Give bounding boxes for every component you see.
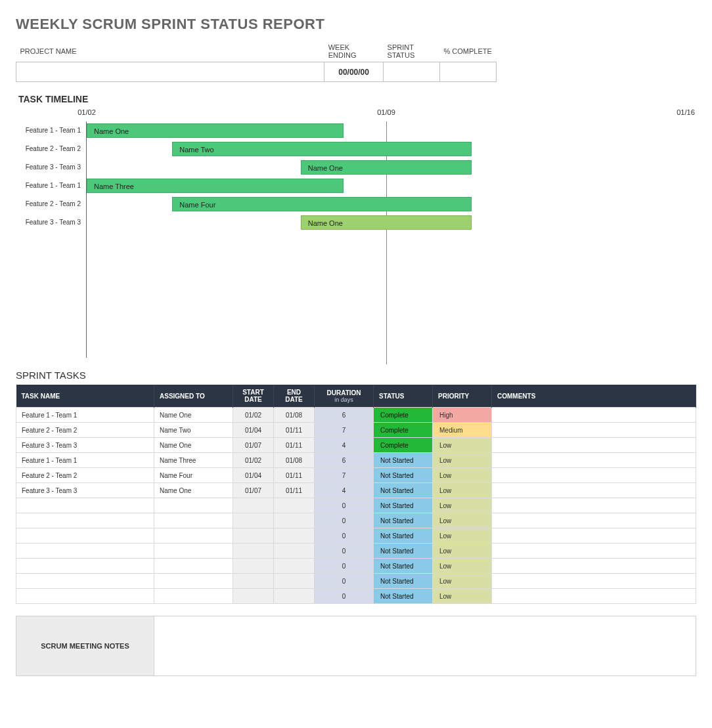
cell-task[interactable]: Feature 2 - Team 2 [16, 423, 154, 438]
cell-assigned[interactable]: Name One [154, 438, 233, 453]
cell-assigned[interactable]: Name One [154, 408, 233, 423]
cell-status[interactable]: Not Started [374, 498, 433, 513]
cell-assigned[interactable] [154, 513, 233, 528]
cell-task[interactable]: Feature 1 - Team 1 [16, 453, 154, 468]
cell-assigned[interactable]: Name One [154, 483, 233, 498]
cell-task[interactable] [16, 513, 154, 528]
cell-status[interactable]: Complete [374, 408, 433, 423]
cell-comments[interactable] [492, 498, 696, 513]
cell-start[interactable] [233, 544, 274, 559]
cell-assigned[interactable]: Name Two [154, 423, 233, 438]
cell-priority[interactable]: Low [433, 468, 492, 483]
cell-priority[interactable]: Low [433, 528, 492, 544]
cell-comments[interactable] [492, 513, 696, 528]
cell-status[interactable]: Not Started [374, 559, 433, 574]
cell-task[interactable] [16, 589, 154, 604]
project-name-input[interactable] [16, 62, 324, 82]
cell-task[interactable]: Feature 3 - Team 3 [16, 438, 154, 453]
cell-assigned[interactable] [154, 544, 233, 559]
cell-start[interactable] [233, 528, 274, 544]
cell-start[interactable] [233, 589, 274, 604]
cell-end[interactable] [274, 528, 315, 544]
cell-comments[interactable] [492, 483, 696, 498]
cell-priority[interactable]: Medium [433, 423, 492, 438]
cell-assigned[interactable] [154, 528, 233, 544]
cell-status[interactable]: Not Started [374, 544, 433, 559]
cell-priority[interactable]: Low [433, 574, 492, 589]
week-ending-input[interactable]: 00/00/00 [324, 62, 384, 82]
cell-end[interactable]: 01/08 [274, 453, 315, 468]
cell-end[interactable]: 01/08 [274, 408, 315, 423]
table-row: Feature 1 - Team 1Name Three01/0201/086N… [16, 453, 696, 468]
cell-priority[interactable]: High [433, 408, 492, 423]
cell-end[interactable] [274, 559, 315, 574]
cell-comments[interactable] [492, 544, 696, 559]
cell-start[interactable]: 01/02 [233, 453, 274, 468]
cell-end[interactable]: 01/11 [274, 438, 315, 453]
cell-start[interactable]: 01/02 [233, 408, 274, 423]
cell-end[interactable] [274, 513, 315, 528]
sprint-status-input[interactable] [384, 62, 440, 82]
cell-status[interactable]: Not Started [374, 513, 433, 528]
cell-start[interactable]: 01/07 [233, 438, 274, 453]
cell-comments[interactable] [492, 423, 696, 438]
cell-end[interactable]: 01/11 [274, 483, 315, 498]
cell-comments[interactable] [492, 468, 696, 483]
cell-comments[interactable] [492, 559, 696, 574]
cell-status[interactable]: Not Started [374, 483, 433, 498]
notes-input[interactable] [154, 616, 696, 675]
cell-status[interactable]: Complete [374, 438, 433, 453]
cell-end[interactable]: 01/11 [274, 423, 315, 438]
cell-assigned[interactable] [154, 498, 233, 513]
cell-status[interactable]: Not Started [374, 589, 433, 604]
cell-task[interactable]: Feature 1 - Team 1 [16, 408, 154, 423]
cell-start[interactable]: 01/04 [233, 423, 274, 438]
cell-end[interactable] [274, 574, 315, 589]
cell-assigned[interactable]: Name Four [154, 468, 233, 483]
cell-end[interactable] [274, 544, 315, 559]
cell-priority[interactable]: Low [433, 483, 492, 498]
cell-status[interactable]: Not Started [374, 468, 433, 483]
cell-duration: 6 [315, 408, 374, 423]
cell-assigned[interactable]: Name Three [154, 453, 233, 468]
cell-start[interactable]: 01/04 [233, 468, 274, 483]
cell-priority[interactable]: Low [433, 544, 492, 559]
cell-start[interactable] [233, 513, 274, 528]
cell-task[interactable] [16, 574, 154, 589]
cell-status[interactable]: Complete [374, 423, 433, 438]
cell-status[interactable]: Not Started [374, 574, 433, 589]
table-row: 0Not StartedLow [16, 513, 696, 528]
cell-comments[interactable] [492, 589, 696, 604]
cell-priority[interactable]: Low [433, 513, 492, 528]
cell-start[interactable] [233, 574, 274, 589]
cell-comments[interactable] [492, 528, 696, 544]
cell-comments[interactable] [492, 574, 696, 589]
cell-task[interactable] [16, 498, 154, 513]
cell-duration: 0 [315, 589, 374, 604]
cell-task[interactable] [16, 528, 154, 544]
cell-priority[interactable]: Low [433, 438, 492, 453]
cell-assigned[interactable] [154, 559, 233, 574]
cell-priority[interactable]: Low [433, 589, 492, 604]
cell-status[interactable]: Not Started [374, 453, 433, 468]
pct-complete-input[interactable] [440, 62, 497, 82]
cell-status[interactable]: Not Started [374, 528, 433, 544]
cell-comments[interactable] [492, 453, 696, 468]
cell-priority[interactable]: Low [433, 453, 492, 468]
cell-assigned[interactable] [154, 574, 233, 589]
cell-comments[interactable] [492, 438, 696, 453]
cell-task[interactable] [16, 544, 154, 559]
cell-start[interactable] [233, 498, 274, 513]
cell-start[interactable]: 01/07 [233, 483, 274, 498]
cell-start[interactable] [233, 559, 274, 574]
cell-task[interactable]: Feature 3 - Team 3 [16, 483, 154, 498]
cell-end[interactable] [274, 498, 315, 513]
cell-priority[interactable]: Low [433, 559, 492, 574]
cell-priority[interactable]: Low [433, 498, 492, 513]
cell-end[interactable]: 01/11 [274, 468, 315, 483]
cell-comments[interactable] [492, 408, 696, 423]
cell-task[interactable] [16, 559, 154, 574]
cell-task[interactable]: Feature 2 - Team 2 [16, 468, 154, 483]
cell-assigned[interactable] [154, 589, 233, 604]
cell-end[interactable] [274, 589, 315, 604]
